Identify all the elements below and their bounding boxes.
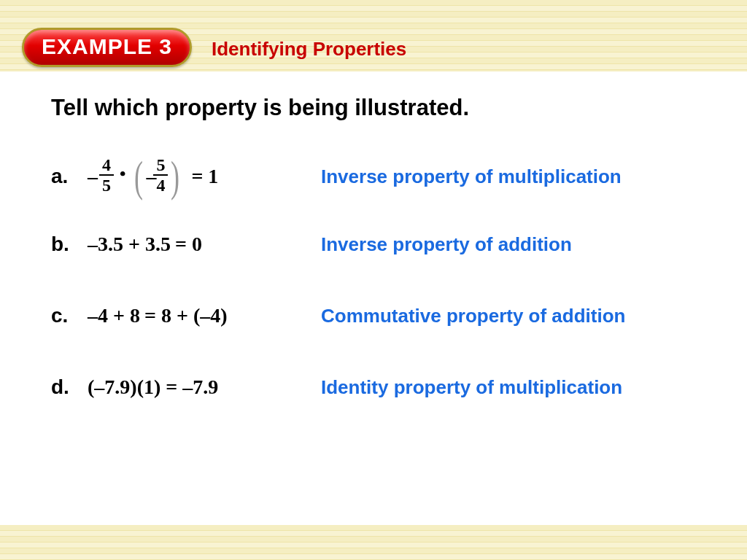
item-letter: d. — [51, 376, 88, 399]
item-a: a. – 4 5 • ( – 5 4 ) = 1 Inverse propert… — [51, 158, 696, 195]
page-title: Identifying Properties — [212, 38, 406, 61]
item-answer: Identity property of multiplication — [321, 376, 696, 399]
item-letter: a. — [51, 165, 88, 188]
denominator: 4 — [153, 176, 168, 194]
equals-rhs: = 1 — [191, 165, 218, 188]
equation-lhs: –3.5 + 3.5 — [88, 233, 171, 256]
item-answer: Inverse property of addition — [321, 233, 696, 256]
item-equation: –4 + 8 = 8 + (–4) — [88, 304, 321, 327]
numerator: 4 — [99, 156, 114, 176]
question-text: Tell which property is being illustrated… — [51, 95, 696, 121]
denominator: 5 — [99, 176, 114, 194]
item-c: c. –4 + 8 = 8 + (–4) Commutative propert… — [51, 298, 696, 334]
fraction-2: 5 4 — [153, 156, 168, 194]
item-equation: –3.5 + 3.5 = 0 — [88, 233, 321, 256]
item-letter: b. — [51, 233, 88, 256]
paren-group: ( – 5 4 ) — [131, 158, 182, 195]
item-equation: – 4 5 • ( – 5 4 ) = 1 — [88, 158, 321, 195]
right-paren-icon: ) — [171, 159, 179, 194]
equation-rhs: = 0 — [175, 233, 202, 256]
item-answer: Inverse property of multiplication — [321, 166, 696, 188]
equation-rhs: = 8 + (–4) — [144, 304, 228, 327]
footer-band — [0, 525, 747, 560]
item-b: b. –3.5 + 3.5 = 0 Inverse property of ad… — [51, 226, 696, 262]
negative-sign: – — [88, 165, 98, 188]
numerator: 5 — [153, 156, 168, 176]
item-equation: (–7.9)(1) = –7.9 — [88, 376, 321, 399]
item-letter: c. — [51, 304, 88, 327]
item-answer: Commutative property of addition — [321, 305, 696, 327]
example-pill: EXAMPLE 3 — [22, 28, 192, 67]
equation-full: (–7.9)(1) = –7.9 — [88, 376, 218, 399]
multiply-dot-icon: • — [118, 164, 127, 184]
equation-lhs: –4 + 8 — [88, 304, 140, 327]
item-d: d. (–7.9)(1) = –7.9 Identity property of… — [51, 369, 696, 405]
left-paren-icon: ( — [134, 159, 143, 194]
fraction-1: 4 5 — [99, 156, 114, 194]
content-area: Tell which property is being illustrated… — [0, 95, 747, 440]
